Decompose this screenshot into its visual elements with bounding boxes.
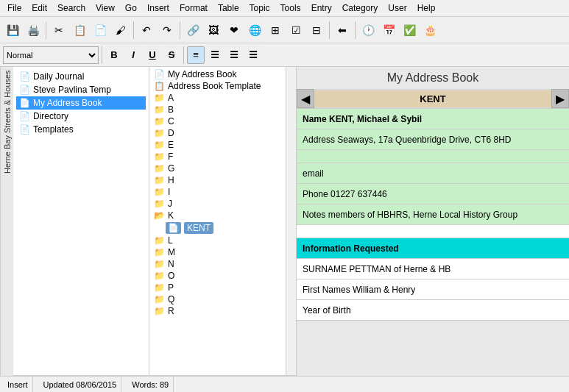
menu-table[interactable]: Table: [213, 1, 244, 15]
folder-icon-h: 📁: [154, 175, 165, 185]
mid-item-address-book-template[interactable]: 📋 Address Book Template: [151, 80, 284, 92]
tree-item-daily-journal[interactable]: 📄 Daily Journal: [16, 70, 146, 83]
folder-icon-r: 📁: [154, 306, 165, 316]
mid-scrollbar[interactable]: [286, 67, 296, 375]
right-nav: ◀ KENT ▶: [297, 89, 569, 109]
align-center-button[interactable]: ☰: [206, 46, 224, 64]
format-paint-button[interactable]: 🖌: [111, 21, 130, 40]
mid-item-a[interactable]: 📁 A: [151, 92, 284, 104]
tree-item-templates[interactable]: 📄 Templates: [16, 123, 146, 136]
folder-icon-d: 📁: [154, 128, 165, 138]
menu-entry[interactable]: Entry: [307, 1, 336, 15]
vertical-tab[interactable]: Herne Bay Streets & Houses: [0, 67, 13, 389]
mid-item-m[interactable]: 📁 M: [151, 246, 284, 258]
expand-button[interactable]: ⊟: [307, 21, 326, 40]
tree-item-steve-pavlina[interactable]: 📄 Steve Pavlina Temp: [16, 83, 146, 96]
mid-tree: 📄 My Address Book 📋 Address Book Templat…: [149, 67, 286, 375]
status-words: Words: 89: [127, 377, 174, 392]
doc-icon: 📄: [19, 124, 30, 135]
menu-go[interactable]: Go: [121, 1, 141, 15]
field-info-requested-text: Information Requested: [297, 238, 569, 258]
mid-item-kent[interactable]: 📄 KENT: [151, 221, 284, 235]
align-right-button[interactable]: ☰: [225, 46, 243, 64]
menu-category[interactable]: Category: [338, 1, 383, 15]
mid-panel: 📄 My Address Book 📋 Address Book Templat…: [149, 67, 297, 389]
folder-icon-p: 📁: [154, 282, 165, 293]
mid-item-my-address-book[interactable]: 📄 My Address Book: [151, 68, 284, 80]
mid-item-r[interactable]: 📁 R: [151, 305, 284, 317]
strikethrough-button[interactable]: S: [163, 46, 180, 64]
folder-open-icon-k: 📂: [154, 210, 165, 221]
mid-item-e[interactable]: 📁 E: [151, 139, 284, 151]
field-yearofbirth: Year of Birth: [297, 300, 569, 321]
underline-button[interactable]: U: [144, 46, 161, 64]
mid-item-j[interactable]: 📁 J: [151, 198, 284, 210]
globe-button[interactable]: 🌐: [245, 21, 264, 40]
style-select[interactable]: Normal: [3, 46, 99, 64]
left-panel: 📄 Daily Journal 📄 Steve Pavlina Temp 📄 M…: [13, 67, 149, 389]
italic-button[interactable]: I: [124, 46, 142, 64]
menu-file[interactable]: File: [3, 1, 26, 15]
folder-icon-m: 📁: [154, 247, 165, 257]
paste-button[interactable]: 📄: [91, 21, 110, 40]
mid-item-b[interactable]: 📁 B: [151, 104, 284, 115]
folder-icon-g: 📁: [154, 163, 165, 174]
undo-button[interactable]: ↶: [137, 21, 156, 40]
field-yearofbirth-text: Year of Birth: [297, 300, 569, 320]
save-button[interactable]: 💾: [3, 21, 22, 40]
mid-item-h[interactable]: 📁 H: [151, 174, 284, 186]
clock-button[interactable]: 🕐: [358, 21, 378, 40]
nav-left-arrow[interactable]: ◀: [297, 89, 314, 108]
tree-item-directory[interactable]: 📄 Directory: [16, 110, 146, 123]
mid-item-p[interactable]: 📁 P: [151, 282, 284, 293]
folder-icon-f: 📁: [154, 152, 165, 162]
mid-item-i[interactable]: 📁 I: [151, 186, 284, 198]
folder-icon-a: 📁: [154, 93, 165, 103]
menu-format[interactable]: Format: [175, 1, 212, 15]
right-panel: My Address Book ◀ KENT ▶ Name KENT, Mich…: [297, 67, 569, 389]
menu-topic[interactable]: Topic: [245, 1, 275, 15]
field-phone: Phone 01227 637446: [297, 184, 569, 204]
mid-item-k[interactable]: 📂 K: [151, 210, 284, 221]
mid-item-n[interactable]: 📁 N: [151, 258, 284, 270]
calendar-button[interactable]: 📅: [379, 21, 398, 40]
print-button[interactable]: 🖨️: [24, 21, 43, 40]
menu-user[interactable]: User: [384, 1, 411, 15]
align-left-button[interactable]: ≡: [187, 46, 205, 64]
mid-item-f[interactable]: 📁 F: [151, 151, 284, 163]
separator: [46, 21, 46, 39]
folder-icon-l: 📁: [154, 235, 165, 246]
field-firstnames-text: First Names William & Henry: [297, 279, 569, 299]
menu-tools[interactable]: Tools: [276, 1, 305, 15]
image-button[interactable]: 🖼: [204, 21, 223, 40]
link-button[interactable]: 🔗: [183, 21, 202, 40]
justify-button[interactable]: ☰: [244, 46, 262, 64]
mid-item-o[interactable]: 📁 O: [151, 270, 284, 282]
back-button[interactable]: ⬅: [333, 21, 352, 40]
mid-item-g[interactable]: 📁 G: [151, 163, 284, 174]
menu-help[interactable]: Help: [413, 1, 440, 15]
menu-view[interactable]: View: [91, 1, 119, 15]
menu-search[interactable]: Search: [53, 1, 90, 15]
cut-button[interactable]: ✂: [49, 21, 68, 40]
mid-item-l[interactable]: 📁 L: [151, 235, 284, 246]
menu-bar: File Edit Search View Go Insert Format T…: [0, 0, 569, 17]
redo-button[interactable]: ↷: [158, 21, 177, 40]
mid-item-c[interactable]: 📁 C: [151, 115, 284, 127]
table-button[interactable]: ⊞: [266, 21, 285, 40]
checkbox-button[interactable]: ☑: [286, 21, 305, 40]
folder-icon-o: 📁: [154, 271, 165, 281]
nav-right-arrow[interactable]: ▶: [551, 89, 569, 108]
field-spacer: [297, 225, 569, 238]
mid-item-q[interactable]: 📁 Q: [151, 293, 284, 305]
menu-edit[interactable]: Edit: [27, 1, 52, 15]
bold-button[interactable]: B: [105, 46, 123, 64]
menu-insert[interactable]: Insert: [143, 1, 174, 15]
birthday-button[interactable]: 🎂: [420, 21, 439, 40]
mid-item-d[interactable]: 📁 D: [151, 127, 284, 139]
heart-button[interactable]: ❤: [225, 21, 244, 40]
tree-item-my-address-book[interactable]: 📄 My Address Book: [16, 96, 146, 110]
separator2: [133, 21, 134, 39]
check2-button[interactable]: ✅: [400, 21, 419, 40]
copy-button[interactable]: 📋: [70, 21, 89, 40]
